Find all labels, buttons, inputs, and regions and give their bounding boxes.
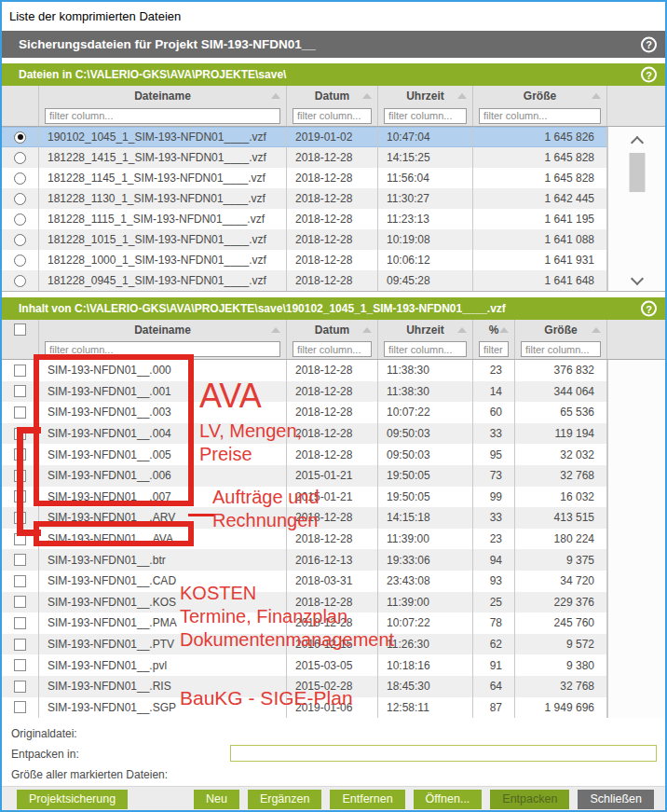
help-icon[interactable]: ?	[641, 36, 657, 52]
checkbox-icon[interactable]	[14, 659, 26, 671]
column-header-dateiname[interactable]: Dateiname	[39, 86, 287, 105]
checkbox-icon[interactable]	[14, 512, 26, 524]
table1-filter-datum[interactable]	[293, 108, 372, 124]
table1-row[interactable]: 181228_1145_1_SIM-193-NFDN01____.vzf2018…	[2, 168, 607, 188]
row-check-cell[interactable]	[2, 612, 39, 634]
help-icon[interactable]: ?	[641, 67, 657, 83]
table1-filter-uhrzeit[interactable]	[384, 108, 467, 124]
table2-row[interactable]: SIM-193-NFDN01__.0062015-01-2119:50:0573…	[2, 465, 607, 487]
table2-row[interactable]: SIM-193-NFDN01__.0002018-12-2811:38:3023…	[2, 360, 607, 381]
row-select-cell[interactable]	[2, 250, 39, 270]
row-check-cell[interactable]	[2, 571, 39, 592]
table2-filter-groesse[interactable]	[521, 341, 601, 357]
table1-row[interactable]: 181228_1415_1_SIM-193-NFDN01____.vzf2018…	[2, 147, 607, 168]
checkbox-icon[interactable]	[14, 448, 26, 461]
table2-row[interactable]: SIM-193-NFDN01__.pvl2015-03-0510:18:1691…	[2, 654, 607, 676]
row-select-cell[interactable]	[2, 168, 39, 188]
table2-row[interactable]: SIM-193-NFDN01__.ARV2018-12-2814:15:1833…	[2, 507, 607, 529]
extract-button[interactable]: Entpacken	[490, 790, 569, 809]
table1-filter-dateiname[interactable]	[45, 108, 280, 124]
row-select-cell[interactable]	[2, 188, 39, 209]
row-check-cell[interactable]	[2, 381, 39, 403]
radio-icon[interactable]	[14, 152, 26, 164]
table1-row[interactable]: 181228_1115_1_SIM-193-NFDN01____.vzf2018…	[2, 209, 607, 229]
remove-button[interactable]: Entfernen	[330, 790, 404, 809]
row-check-cell[interactable]	[2, 402, 39, 423]
table2-row[interactable]: SIM-193-NFDN01__.btr2016-12-1319:33:0694…	[2, 549, 607, 571]
checkbox-icon[interactable]	[14, 554, 26, 566]
row-select-cell[interactable]	[2, 270, 39, 291]
row-check-cell[interactable]	[2, 592, 39, 613]
column-header-prozent[interactable]: %	[473, 320, 515, 339]
row-check-cell[interactable]	[2, 423, 39, 445]
row-check-cell[interactable]	[2, 654, 39, 676]
row-select-cell[interactable]	[2, 147, 39, 168]
table2-row[interactable]: SIM-193-NFDN01__.0032018-12-2810:07:2260…	[2, 402, 607, 423]
checkbox-icon[interactable]	[14, 428, 26, 440]
radio-icon[interactable]	[14, 234, 26, 246]
table2-row[interactable]: SIM-193-NFDN01__.0012018-12-2811:38:3014…	[2, 381, 607, 403]
close-button[interactable]: Schließen	[578, 790, 654, 809]
table1-row[interactable]: 181228_1015_1_SIM-193-NFDN01____.vzf2018…	[2, 229, 607, 250]
radio-icon[interactable]	[14, 193, 26, 205]
checkbox-icon[interactable]	[14, 596, 26, 608]
table2-row[interactable]: SIM-193-NFDN01__.KOS2018-12-2811:39:0025…	[2, 592, 607, 613]
table2-filter-prozent[interactable]	[479, 341, 509, 357]
column-header-groesse[interactable]: Größe	[473, 86, 607, 105]
table1-row[interactable]: 190102_1045_1_SIM-193-NFDN01____.vzf2019…	[2, 127, 607, 147]
table1-row[interactable]: 181228_1130_1_SIM-193-NFDN01____.vzf2018…	[2, 188, 607, 209]
append-button[interactable]: Ergänzen	[248, 790, 322, 809]
column-header-groesse[interactable]: Größe	[515, 320, 607, 339]
row-check-cell[interactable]	[2, 487, 39, 508]
row-check-cell[interactable]	[2, 507, 39, 529]
row-select-cell[interactable]	[2, 209, 39, 229]
table2-row[interactable]: SIM-193-NFDN01__.RIS2015-02-2818:45:3064…	[2, 676, 607, 697]
row-select-cell[interactable]	[2, 229, 39, 250]
column-header-uhrzeit[interactable]: Uhrzeit	[378, 320, 473, 339]
new-button[interactable]: Neu	[194, 790, 239, 809]
row-check-cell[interactable]	[2, 360, 39, 381]
extract-to-input[interactable]	[230, 745, 657, 762]
checkbox-icon[interactable]	[14, 470, 26, 482]
radio-icon[interactable]	[14, 131, 26, 144]
scrollbar-thumb[interactable]	[629, 153, 645, 192]
table1-row[interactable]: 181228_1000_1_SIM-193-NFDN01____.vzf2018…	[2, 250, 607, 270]
checkbox-icon[interactable]	[14, 406, 26, 419]
table2-filter-uhrzeit[interactable]	[384, 341, 467, 357]
radio-icon[interactable]	[14, 213, 26, 226]
checkbox-icon[interactable]	[14, 385, 26, 397]
table2-row[interactable]: SIM-193-NFDN01__.SGP2019-01-0612:58:1187…	[2, 697, 607, 719]
table2-row[interactable]: SIM-193-NFDN01__.PTV2016-12-1511:26:3062…	[2, 634, 607, 655]
checkbox-icon[interactable]	[14, 575, 26, 587]
scrollbar-down-icon[interactable]	[630, 272, 643, 285]
table1-scrollbar[interactable]	[607, 127, 665, 291]
table2-row[interactable]: SIM-193-NFDN01__.0052018-12-2809:50:0395…	[2, 444, 607, 465]
checkbox-icon[interactable]	[14, 639, 26, 651]
table2-row[interactable]: SIM-193-NFDN01__.CAD2018-03-3123:43:0893…	[2, 571, 607, 592]
row-check-cell[interactable]	[2, 549, 39, 571]
checkbox-icon[interactable]	[14, 365, 26, 377]
row-check-cell[interactable]	[2, 444, 39, 465]
row-check-cell[interactable]	[2, 465, 39, 487]
table1-filter-groesse[interactable]	[479, 108, 601, 124]
help-icon[interactable]: ?	[641, 301, 657, 317]
scrollbar-up-icon[interactable]	[630, 136, 643, 149]
checkbox-icon[interactable]	[14, 490, 26, 502]
row-select-cell[interactable]	[2, 127, 39, 147]
table2-filter-dateiname[interactable]	[45, 341, 280, 357]
project-backup-button[interactable]: Projektsicherung	[17, 790, 128, 809]
column-header-uhrzeit[interactable]: Uhrzeit	[378, 86, 473, 105]
column-header-datum[interactable]: Datum	[287, 86, 378, 105]
select-all-checkbox-cell[interactable]	[2, 320, 39, 339]
row-check-cell[interactable]	[2, 676, 39, 697]
open-button[interactable]: Öffnen...	[414, 790, 483, 809]
column-header-dateiname[interactable]: Dateiname	[39, 320, 287, 339]
select-all-checkbox[interactable]	[14, 323, 26, 336]
table2-filter-datum[interactable]	[293, 341, 372, 357]
column-header-datum[interactable]: Datum	[287, 320, 378, 339]
radio-icon[interactable]	[14, 172, 26, 185]
checkbox-icon[interactable]	[14, 701, 26, 713]
table2-row[interactable]: SIM-193-NFDN01__.0042018-12-2809:50:0333…	[2, 423, 607, 445]
table2-row[interactable]: SIM-193-NFDN01__.0072015-01-2119:50:0599…	[2, 487, 607, 508]
radio-icon[interactable]	[14, 255, 26, 267]
